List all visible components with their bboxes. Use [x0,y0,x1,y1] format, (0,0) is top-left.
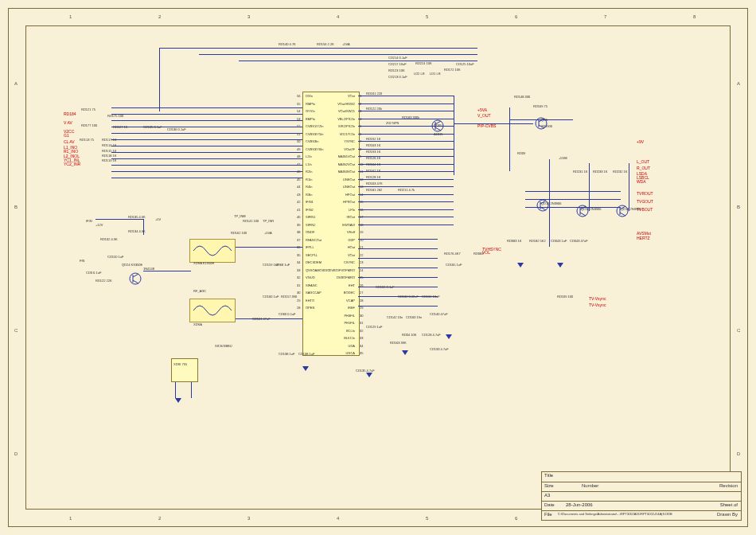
ruler-top: 12345678 [25,10,731,24]
pin-label: R4In [306,185,312,189]
part-refdes: RD122 20k [366,107,382,111]
pin-label: CVBS3In [306,139,318,143]
pin-number: 30 [297,291,300,295]
net-label: VOL [482,250,490,255]
date-value: 28-Jun-2006 [566,502,593,507]
wire [358,268,438,268]
pin-number: 22 [360,253,363,257]
part-refdes: RD211 4.7k [398,188,415,192]
ruler-mark: 3 [247,516,250,521]
part-refdes: CD68 1uF [275,263,290,267]
ground-symbol [402,350,408,355]
ruler-mark: 5 [426,516,428,521]
pin-number: 31 [360,321,363,325]
part-refdes: CD129 1uF [366,325,382,329]
part-refdes: RD127 1K [113,125,127,129]
part-refdes: RD169 75 [533,104,548,108]
pin-label: CVBS3/Y6In [306,147,323,151]
svg-line-6 [539,119,544,122]
ruler-mark: 1 [69,516,72,521]
pin-label: SECPLL [306,253,318,257]
wire [358,287,438,287]
part-refdes: CD160 19n [406,315,422,319]
pin-number: 34 [360,344,363,348]
part-refdes: TP_INM [234,214,246,218]
pin-number: 31 [297,283,300,287]
pin-label: R2In [306,170,312,174]
part-refdes: RD162 1K [366,169,380,173]
part-refdes: RD224 10K [415,61,432,65]
pin-label: R1In [306,178,312,182]
pin-label: ONDF [306,230,314,234]
part-refdes: CD135 4.7uF [356,369,375,373]
part-refdes: +12V [95,223,103,227]
number-label: Number [582,483,598,488]
pin-label: BMPIn [306,117,315,121]
pin-number: 38 [297,230,300,234]
pin-label: DVBO/FVOFMRO [326,268,355,272]
pin-label: GYVIn [306,109,315,113]
pin-label: VOut/SW21 [326,109,355,113]
wire [95,219,143,220]
pin-label: DDP [326,238,355,242]
part-refdes: XDSA [193,322,202,326]
pin-label: IREF [326,306,355,310]
pin-label: DSIn [306,94,313,98]
ruler-mark: 3 [247,14,250,19]
part-refdes: RD163 39K [390,341,407,345]
part-refdes: CD136 0.1uF [167,127,186,131]
part-refdes: CD043 1uF [551,239,567,243]
svg-point-4 [536,118,547,129]
ruler-mark: C [737,328,740,333]
part-refdes: RD182 5K2 [529,239,546,243]
wire [525,191,621,192]
pin-label: VD21/Y2In [326,132,355,136]
part-refdes: CD043 47uF [570,239,588,243]
part-refdes: CD60 0.1uF [279,312,296,316]
wire [358,96,454,96]
ruler-mark: B [14,205,18,209]
transistor-symbol [430,118,446,134]
svg-line-14 [580,206,586,209]
pin-label: SIFIN1 [306,215,315,219]
pin-label: HPROut [326,200,355,204]
part-refdes: CD125 10uF [456,62,474,66]
pin-label: VReff [326,230,355,234]
date-label: Date [544,502,555,507]
part-refdes: RD135 4.9K [128,215,146,219]
part-refdes: CD132 0.22uF [398,295,419,299]
part-refdes: CD133 4.7uF [430,347,449,351]
drawn-label: Drawn By [717,512,738,517]
wire [159,48,160,111]
part-refdes: RD134 4.9K [128,229,146,233]
wire [358,225,454,225]
part-refdes: FIN [80,259,84,263]
part-refdes: RD140 4.7K [279,42,296,46]
pin-label: VOut/HSW2 [326,102,355,106]
net-label: CL AV [64,139,75,144]
wire [111,146,302,146]
pin-number: 32 [360,329,363,333]
sheet-label: Sheet of [720,502,738,507]
part-refdes: CD131 0.1uF [376,285,395,289]
wire [358,209,454,210]
pin-number: 49 [297,147,300,151]
part-refdes: RD103 47K [366,182,383,185]
part-refdes: QD24 KS350E [122,263,142,267]
svg-point-12 [577,205,588,217]
net-label: TVROUT [637,191,653,196]
part-refdes: RD157 390 [281,295,297,299]
pin-label: BLKCIn [326,336,355,340]
wire [358,141,454,142]
ruler-left: ABCD [10,25,24,510]
part-refdes: +5VA [264,231,272,235]
wire [159,48,477,49]
pin-label: DECSDEM [306,260,321,264]
pin-number: 34 [297,260,300,264]
pin-number: 28 [360,299,363,303]
net-label: TVGOUT [637,199,653,204]
pin-label: EHT [326,283,355,287]
transistor-symbol [575,203,590,219]
transistor-symbol [533,115,549,131]
wire [111,120,302,121]
